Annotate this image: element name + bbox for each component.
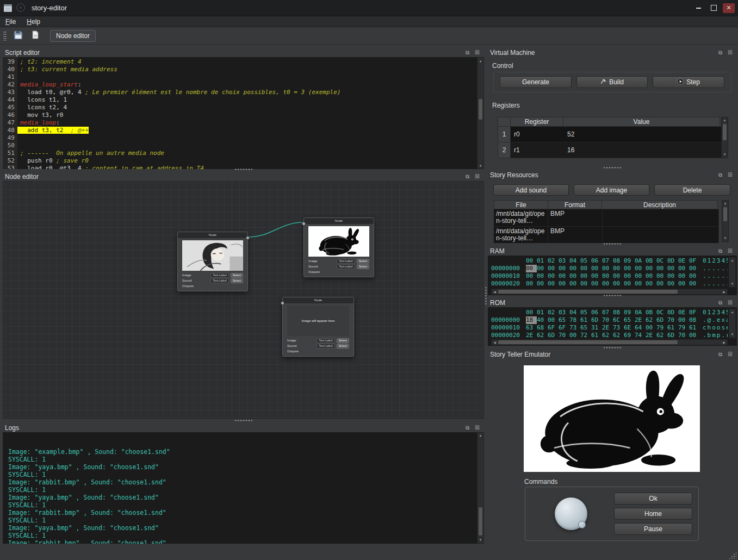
scroll-up-icon[interactable] xyxy=(722,201,728,207)
hex-byte-cell[interactable]: 00 xyxy=(613,272,624,280)
scroll-up-icon[interactable] xyxy=(477,433,483,439)
scroll-up-icon[interactable] xyxy=(729,309,735,315)
home-button[interactable]: Home xyxy=(614,508,692,520)
node-text-chip[interactable]: Text-Label xyxy=(210,273,228,278)
close-icon[interactable] xyxy=(727,247,734,254)
rom-vertical-scrollbar[interactable] xyxy=(729,309,736,338)
hex-byte-cell[interactable]: 70 xyxy=(602,316,613,324)
hex-byte-cell[interactable]: 00 xyxy=(569,280,580,288)
ok-button[interactable]: Ok xyxy=(614,493,692,505)
scroll-down-icon[interactable] xyxy=(722,152,728,158)
hex-byte-cell[interactable]: 00 xyxy=(580,280,591,288)
scroll-right-icon[interactable] xyxy=(721,340,727,345)
description-cell[interactable] xyxy=(603,209,719,227)
hex-byte-cell[interactable]: 70 xyxy=(667,316,678,324)
file-column-header[interactable]: File xyxy=(494,200,548,209)
toolbar-drag-handle[interactable] xyxy=(3,31,7,41)
description-column-header[interactable]: Description xyxy=(601,200,718,209)
hex-byte-cell[interactable]: 00 xyxy=(689,265,700,272)
undock-icon[interactable] xyxy=(464,173,471,180)
splitter-handle[interactable] xyxy=(604,346,621,349)
add-image-button[interactable]: Add image xyxy=(574,184,649,196)
hex-byte-cell[interactable]: 00 xyxy=(646,272,656,280)
hex-byte-cell[interactable]: 00 xyxy=(569,332,580,338)
hex-row[interactable]: 000000001840006578616D706C652E626D700008… xyxy=(491,316,728,324)
register-name-cell[interactable]: r1 xyxy=(511,142,564,158)
hex-byte-cell[interactable]: 65 xyxy=(559,316,569,324)
scroll-down-icon[interactable] xyxy=(477,537,483,543)
select-button[interactable]: Select xyxy=(231,273,243,278)
scrollbar-thumb[interactable] xyxy=(723,207,727,221)
hex-byte-cell[interactable]: 00 xyxy=(635,265,646,272)
hex-byte-cell[interactable]: 6C xyxy=(613,316,624,324)
hex-byte-cell[interactable]: 78 xyxy=(569,316,580,324)
menu-help[interactable]: Help xyxy=(21,18,46,26)
hex-byte-cell[interactable]: 00 xyxy=(559,280,569,288)
hex-byte-cell[interactable]: 00 xyxy=(537,280,548,288)
hex-byte-cell[interactable]: 00 xyxy=(656,272,667,280)
node-text-chip[interactable]: Text-Label xyxy=(337,259,355,264)
hex-byte-cell[interactable]: 62 xyxy=(537,332,548,338)
hex-byte-cell[interactable]: 00 xyxy=(559,265,569,272)
close-icon[interactable] xyxy=(727,299,734,306)
minimize-button[interactable] xyxy=(692,3,704,13)
hex-byte-cell[interactable]: 00 xyxy=(602,272,613,280)
export-button[interactable] xyxy=(28,29,42,42)
register-value-cell[interactable]: 52 xyxy=(564,127,721,142)
scroll-up-icon[interactable] xyxy=(729,258,735,264)
hex-byte-cell[interactable]: 74 xyxy=(635,332,646,338)
hex-byte-cell[interactable]: 68 xyxy=(537,324,548,332)
file-cell[interactable]: /mnt/data/git/open-story-tell… xyxy=(494,227,548,243)
format-cell[interactable]: BMP xyxy=(548,209,603,227)
rom-horizontal-scrollbar[interactable] xyxy=(491,339,728,345)
splitter-handle[interactable] xyxy=(235,419,252,422)
hex-byte-cell[interactable]: 62 xyxy=(646,316,656,324)
hex-byte-cell[interactable]: 61 xyxy=(580,316,591,324)
close-icon[interactable] xyxy=(474,173,481,180)
hex-byte-cell[interactable]: 00 xyxy=(646,324,656,332)
hex-byte-cell[interactable]: 6D xyxy=(591,316,602,324)
hex-byte-cell[interactable]: 2E xyxy=(646,332,656,338)
hex-byte-cell[interactable]: 00 xyxy=(613,280,624,288)
register-column-header[interactable]: Register xyxy=(510,117,563,127)
resource-row[interactable]: /mnt/data/git/open-story-tell… BMP xyxy=(494,209,719,227)
hex-byte-cell[interactable]: 70 xyxy=(678,332,689,338)
script-vertical-scrollbar[interactable] xyxy=(477,57,484,169)
hex-byte-cell[interactable]: 72 xyxy=(580,332,591,338)
hex-byte-cell[interactable]: 2E xyxy=(602,324,613,332)
undock-icon[interactable] xyxy=(464,49,471,56)
hex-byte-cell[interactable]: 00 xyxy=(526,265,537,272)
hex-byte-cell[interactable]: 00 xyxy=(689,272,700,280)
hex-byte-cell[interactable]: 62 xyxy=(656,332,667,338)
hex-byte-cell[interactable]: 00 xyxy=(689,332,700,338)
step-button[interactable]: Step xyxy=(653,76,724,88)
hex-byte-cell[interactable]: 6F xyxy=(548,324,559,332)
select-button[interactable]: Select xyxy=(357,259,369,264)
registers-table[interactable]: Register Value 1 r0 52 2 r1 16 xyxy=(498,117,721,158)
node-text-chip[interactable]: Text-Label xyxy=(337,264,355,269)
hex-byte-cell[interactable]: 00 xyxy=(689,280,700,288)
hex-byte-cell[interactable]: 79 xyxy=(656,324,667,332)
hex-row[interactable]: 0000000000000000000000000000000000000000… xyxy=(491,265,728,272)
splitter-handle[interactable] xyxy=(604,294,621,297)
hex-byte-cell[interactable]: 00 xyxy=(678,272,689,280)
ram-vertical-scrollbar[interactable] xyxy=(729,257,736,288)
hex-byte-cell[interactable]: 79 xyxy=(678,324,689,332)
value-column-header[interactable]: Value xyxy=(563,117,720,127)
hex-byte-cell[interactable]: 6D xyxy=(667,332,678,338)
delete-button[interactable]: Delete xyxy=(654,184,730,196)
hex-byte-cell[interactable]: 00 xyxy=(656,280,667,288)
hex-byte-cell[interactable]: 00 xyxy=(602,280,613,288)
register-name-cell[interactable]: r0 xyxy=(511,127,564,142)
register-row[interactable]: 1 r0 52 xyxy=(498,127,721,142)
close-icon[interactable] xyxy=(727,49,734,56)
hex-byte-cell[interactable]: 00 xyxy=(569,272,580,280)
scroll-up-icon[interactable] xyxy=(722,117,728,123)
scrollbar-thumb[interactable] xyxy=(479,507,482,536)
hex-byte-cell[interactable]: 00 xyxy=(526,272,537,280)
save-button[interactable] xyxy=(11,29,25,42)
scrollbar-thumb[interactable] xyxy=(479,99,482,120)
hex-byte-cell[interactable]: 00 xyxy=(667,272,678,280)
hex-byte-cell[interactable]: 61 xyxy=(591,332,602,338)
logs-view[interactable]: Image: "example.bmp" , Sound: "choose1.s… xyxy=(3,432,484,544)
